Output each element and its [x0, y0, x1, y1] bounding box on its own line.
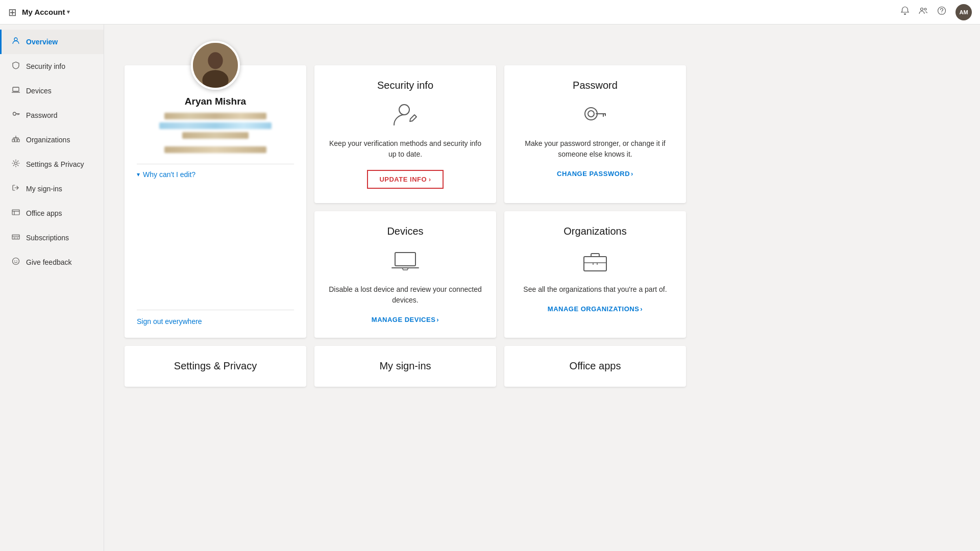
subscriptions-icon: [12, 233, 20, 243]
chevron-right-icon: ›: [631, 170, 633, 178]
password-icon-area: [581, 101, 609, 131]
sidebar-item-label: Overview: [26, 38, 58, 46]
layout: Overview Security info Devices: [0, 24, 980, 551]
profile-divider-1: [137, 164, 294, 164]
sidebar-item-label: Security info: [26, 62, 65, 70]
devices-icon-area: [391, 246, 420, 277]
profile-info-line-4: [164, 146, 266, 153]
devices-card: Devices Disable a lost device and review…: [314, 211, 496, 338]
svg-point-17: [208, 52, 223, 69]
main-content: Aryan Mishra ▾ Why can't I edit?: [104, 24, 980, 551]
organizations-title: Organizations: [564, 226, 626, 237]
svg-point-4: [14, 38, 17, 41]
profile-name: Aryan Mishra: [185, 96, 246, 107]
security-info-title: Security info: [377, 80, 433, 91]
svg-rect-23: [584, 257, 606, 271]
sidebar-item-label: Password: [26, 111, 57, 119]
sidebar-item-label: Office apps: [26, 209, 62, 217]
svg-rect-7: [12, 139, 14, 142]
key-icon: [12, 110, 20, 120]
notification-icon[interactable]: [900, 6, 910, 18]
svg-point-3: [941, 13, 942, 13]
svg-rect-22: [395, 253, 415, 266]
svg-point-1: [924, 8, 926, 10]
sidebar-item-organizations[interactable]: Organizations: [0, 128, 104, 152]
sidebar-item-overview[interactable]: Overview: [0, 30, 104, 54]
manage-organizations-label: MANAGE ORGANIZATIONS: [548, 305, 639, 313]
update-info-button[interactable]: UPDATE INFO ›: [367, 170, 443, 189]
shield-icon: [12, 61, 20, 71]
svg-point-10: [15, 162, 17, 165]
sidebar-item-label: My sign-ins: [26, 185, 62, 193]
profile-info-line-1: [164, 113, 266, 119]
chevron-right-icon: ›: [436, 316, 439, 323]
security-info-description: Keep your verification methods and secur…: [327, 138, 484, 160]
password-title: Password: [573, 80, 618, 91]
sidebar-item-security-info[interactable]: Security info: [0, 54, 104, 79]
sidebar-item-office-apps[interactable]: Office apps: [0, 201, 104, 226]
svg-rect-11: [12, 210, 19, 215]
svg-point-18: [202, 70, 228, 90]
update-info-label: UPDATE INFO: [379, 176, 427, 183]
security-info-card: Security info Keep your verification met…: [314, 65, 496, 203]
sidebar-item-settings-privacy[interactable]: Settings & Privacy: [0, 152, 104, 177]
svg-point-2: [938, 7, 946, 15]
manage-organizations-link[interactable]: MANAGE ORGANIZATIONS ›: [548, 305, 643, 313]
organizations-card: Organizations See all the organizations …: [504, 211, 686, 338]
manage-devices-link[interactable]: MANAGE DEVICES ›: [372, 316, 439, 323]
profile-info-line-2: [159, 122, 272, 129]
topbar: ⊞ My Account ▾: [0, 0, 980, 24]
why-edit-button[interactable]: ▾ Why can't I edit?: [137, 170, 195, 179]
svg-rect-8: [15, 138, 17, 142]
change-password-link[interactable]: CHANGE PASSWORD ›: [557, 170, 633, 178]
sidebar-item-devices[interactable]: Devices: [0, 79, 104, 103]
help-icon[interactable]: [937, 6, 946, 18]
svg-point-15: [16, 260, 17, 261]
svg-point-21: [588, 111, 594, 117]
office-icon: [12, 208, 20, 218]
settings-privacy-card: Settings & Privacy: [125, 346, 306, 387]
svg-rect-5: [13, 87, 19, 91]
sidebar-item-my-sign-ins[interactable]: My sign-ins: [0, 177, 104, 201]
office-apps-title: Office apps: [570, 360, 621, 372]
people-icon[interactable]: [919, 6, 928, 18]
chevron-right-icon: ›: [640, 305, 643, 313]
signin-icon: [12, 184, 20, 194]
organizations-description: See all the organizations that you're a …: [523, 284, 667, 295]
sign-out-everywhere-link[interactable]: Sign out everywhere: [137, 317, 202, 325]
settings-privacy-title: Settings & Privacy: [174, 360, 257, 372]
chevron-right-icon: ›: [429, 176, 431, 183]
avatar[interactable]: AM: [955, 4, 972, 20]
sidebar: Overview Security info Devices: [0, 24, 104, 551]
devices-title: Devices: [387, 226, 423, 237]
sidebar-item-password[interactable]: Password: [0, 103, 104, 128]
laptop-icon: [12, 86, 20, 96]
sidebar-item-give-feedback[interactable]: Give feedback: [0, 250, 104, 274]
sidebar-item-label: Subscriptions: [26, 234, 69, 242]
change-password-label: CHANGE PASSWORD: [557, 170, 630, 178]
svg-rect-9: [17, 139, 19, 142]
sidebar-item-label: Organizations: [26, 136, 70, 144]
sidebar-item-label: Give feedback: [26, 258, 72, 266]
my-sign-ins-card: My sign-ins: [314, 346, 496, 387]
password-description: Make your password stronger, or change i…: [517, 138, 674, 160]
profile-info-line-3: [182, 132, 249, 139]
grid-icon[interactable]: ⊞: [8, 6, 17, 18]
profile-divider-2: [137, 310, 294, 310]
sidebar-item-label: Settings & Privacy: [26, 160, 84, 168]
sidebar-item-subscriptions[interactable]: Subscriptions: [0, 226, 104, 250]
org-icon: [12, 135, 20, 145]
security-icon-area: [391, 101, 420, 131]
why-edit-label: Why can't I edit?: [143, 170, 195, 179]
profile-card: Aryan Mishra ▾ Why can't I edit?: [125, 65, 306, 338]
devices-description: Disable a lost device and review your co…: [327, 284, 484, 306]
my-sign-ins-title: My sign-ins: [379, 360, 431, 372]
svg-point-0: [921, 8, 923, 11]
svg-rect-12: [12, 235, 19, 239]
password-card: Password Make your password stronger, or…: [504, 65, 686, 203]
app-title[interactable]: My Account ▾: [22, 8, 70, 16]
organizations-icon-area: [581, 246, 609, 277]
svg-point-14: [14, 260, 15, 261]
settings-icon: [12, 159, 20, 169]
sidebar-item-label: Devices: [26, 87, 52, 95]
